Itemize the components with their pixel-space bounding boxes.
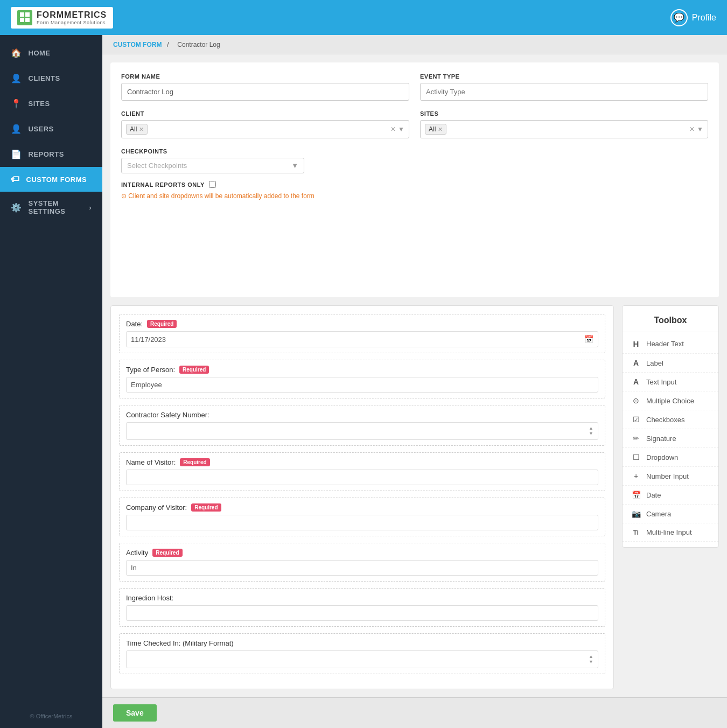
save-button[interactable]: Save <box>113 704 157 722</box>
toolbox-item-header-text[interactable]: H Header Text <box>623 334 718 354</box>
toolbox-item-label: Header Text <box>646 340 684 348</box>
sidebar-item-label: CLIENTS <box>29 74 60 82</box>
toolbox-item-number-input[interactable]: + Number Input <box>623 467 718 486</box>
contractor-safety-input[interactable]: ▲ ▼ <box>126 422 598 440</box>
ingredion-host-label: Ingredion Host: <box>126 594 173 602</box>
chevron-right-icon: › <box>89 204 92 212</box>
toolbox: Toolbox H Header Text A Label A Text Inp… <box>622 305 719 548</box>
users-icon: 👤 <box>11 124 22 134</box>
toolbox-item-label: Camera <box>646 510 671 518</box>
number-input-icon: + <box>631 472 641 480</box>
toolbox-item-label[interactable]: A Label <box>623 354 718 373</box>
sites-select-controls: ✕ ▼ <box>689 125 703 133</box>
field-name-of-visitor: Name of Visitor: Required <box>119 452 605 491</box>
breadcrumb: CUSTOM FORM / Contractor Log <box>102 35 727 54</box>
toolbox-item-camera[interactable]: 📷 Camera <box>623 505 718 523</box>
system-settings-label-group: ⚙️ SYSTEM SETTINGS <box>11 199 82 215</box>
profile-button[interactable]: 💬 Profile <box>670 9 716 26</box>
form-name-input[interactable] <box>121 83 409 101</box>
time-spinner-down[interactable]: ▼ <box>589 660 593 664</box>
toolbox-item-label: Signature <box>646 435 676 443</box>
client-label: CLIENT <box>121 110 409 117</box>
toolbox-item-dropdown[interactable]: ☐ Dropdown <box>623 448 718 467</box>
ingredion-host-input[interactable] <box>126 605 598 621</box>
save-bar: Save <box>102 697 727 728</box>
checkboxes-icon: ☑ <box>631 415 641 424</box>
field-label-row-company-of-visitor: Company of Visitor: Required <box>126 503 598 512</box>
type-of-person-input[interactable] <box>126 377 598 393</box>
time-spinner-up[interactable]: ▲ <box>589 654 593 659</box>
field-label-row-activity: Activity Required <box>126 549 598 557</box>
svg-rect-1 <box>25 12 30 17</box>
checkpoints-chevron-icon: ▼ <box>291 162 298 170</box>
client-clear-icon[interactable]: ✕ <box>390 125 396 133</box>
sidebar-item-users[interactable]: 👤 USERS <box>0 116 102 142</box>
sidebar-item-custom-forms[interactable]: 🏷 CUSTOM FORMS <box>0 167 102 192</box>
company-of-visitor-input[interactable] <box>126 515 598 530</box>
sites-label: SITES <box>420 110 708 117</box>
home-icon: 🏠 <box>11 48 22 58</box>
sidebar-item-sites[interactable]: 📍 SITES <box>0 91 102 116</box>
spinner-up[interactable]: ▲ <box>589 426 593 431</box>
date-input[interactable]: 11/17/2023 📅 <box>126 331 598 347</box>
toolbox-item-label: Multiple Choice <box>646 397 694 405</box>
toolbox-item-label: Text Input <box>646 378 676 386</box>
sidebar-item-reports[interactable]: 📄 REPORTS <box>0 142 102 167</box>
reports-icon: 📄 <box>11 149 22 159</box>
internal-reports-row: INTERNAL REPORTS ONLY <box>121 181 708 188</box>
field-label-row-name-of-visitor: Name of Visitor: Required <box>126 458 598 466</box>
event-type-group: EVENT TYPE <box>420 73 708 101</box>
name-of-visitor-required-badge: Required <box>180 458 209 466</box>
client-select[interactable]: All ✕ ✕ ▼ <box>121 120 409 138</box>
type-of-person-label: Type of Person: <box>126 366 175 374</box>
svg-rect-3 <box>25 18 30 22</box>
breadcrumb-separator: / <box>167 40 169 48</box>
dropdown-icon: ☐ <box>631 453 641 461</box>
form-name-label: FORM NAME <box>121 73 409 80</box>
time-checked-in-input[interactable]: ▲ ▼ <box>126 650 598 668</box>
sites-chevron-icon[interactable]: ▼ <box>697 125 703 133</box>
toolbox-item-signature[interactable]: ✏ Signature <box>623 429 718 448</box>
activity-input[interactable] <box>126 560 598 576</box>
field-ingredion-host: Ingredion Host: <box>119 588 605 627</box>
sidebar-item-label: HOME <box>29 49 51 57</box>
toolbox-item-text-input[interactable]: A Text Input <box>623 373 718 391</box>
sites-select[interactable]: All ✕ ✕ ▼ <box>420 120 708 138</box>
date-required-badge: Required <box>147 320 177 328</box>
field-type-of-person: Type of Person: Required <box>119 360 605 398</box>
field-company-of-visitor: Company of Visitor: Required <box>119 498 605 536</box>
toolbox-item-multiple-choice[interactable]: ⊙ Multiple Choice <box>623 391 718 410</box>
toolbox-item-label: Multi-line Input <box>646 528 692 536</box>
builder-wrapper: Date: Required 11/17/2023 📅 Type of Pers… <box>110 305 719 689</box>
internal-reports-checkbox[interactable] <box>209 181 216 188</box>
field-time-checked-in: Time Checked In: (Military Format) ▲ ▼ <box>119 633 605 674</box>
calendar-icon: 📅 <box>584 335 593 344</box>
camera-icon: 📷 <box>631 509 641 518</box>
activity-required-badge: Required <box>152 549 182 557</box>
sites-tag-remove[interactable]: ✕ <box>438 126 443 133</box>
client-chevron-icon[interactable]: ▼ <box>398 125 404 133</box>
internal-reports-label: INTERNAL REPORTS ONLY <box>121 181 205 188</box>
sidebar-item-label: REPORTS <box>29 150 64 158</box>
content-area: CUSTOM FORM / Contractor Log FORM NAME E… <box>102 35 727 728</box>
toolbox-item-date[interactable]: 📅 Date <box>623 486 718 505</box>
sidebar: 🏠 HOME 👤 CLIENTS 📍 SITES 👤 USERS 📄 REPOR… <box>0 35 102 728</box>
breadcrumb-parent[interactable]: CUSTOM FORM <box>113 41 162 48</box>
sidebar-item-clients[interactable]: 👤 CLIENTS <box>0 66 102 91</box>
name-of-visitor-input[interactable] <box>126 470 598 485</box>
checkpoints-select[interactable]: Select Checkpoints ▼ <box>121 158 304 173</box>
event-type-label: EVENT TYPE <box>420 73 708 80</box>
name-of-visitor-label: Name of Visitor: <box>126 458 176 466</box>
client-tag-remove[interactable]: ✕ <box>139 126 144 133</box>
sites-tag: All ✕ <box>425 124 446 135</box>
event-type-input[interactable] <box>420 83 708 101</box>
label-icon: A <box>631 359 641 367</box>
toolbox-item-checkboxes[interactable]: ☑ Checkboxes <box>623 410 718 429</box>
profile-icon: 💬 <box>670 9 688 26</box>
sidebar-item-home[interactable]: 🏠 HOME <box>0 40 102 66</box>
sidebar-item-system-settings[interactable]: ⚙️ SYSTEM SETTINGS › <box>0 192 102 223</box>
spinner-down[interactable]: ▼ <box>589 431 593 436</box>
field-label-row-type-of-person: Type of Person: Required <box>126 366 598 374</box>
sites-clear-icon[interactable]: ✕ <box>689 125 695 133</box>
toolbox-item-multiline-input[interactable]: TI Multi-line Input <box>623 523 718 542</box>
